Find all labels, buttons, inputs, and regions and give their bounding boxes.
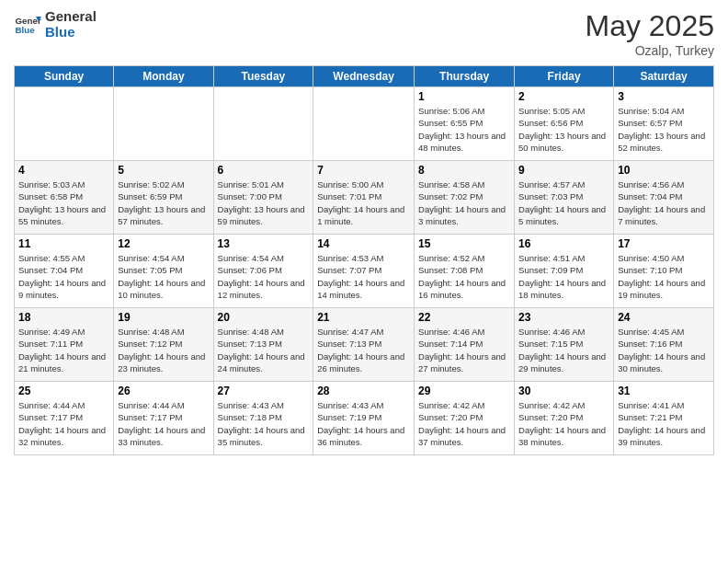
calendar-cell bbox=[313, 87, 415, 161]
calendar-cell: 25Sunrise: 4:44 AM Sunset: 7:17 PM Dayli… bbox=[15, 382, 114, 455]
day-info: Sunrise: 5:06 AM Sunset: 6:55 PM Dayligh… bbox=[418, 105, 510, 154]
day-number: 18 bbox=[18, 311, 109, 324]
day-info: Sunrise: 4:58 AM Sunset: 7:02 PM Dayligh… bbox=[418, 178, 510, 227]
day-number: 31 bbox=[618, 385, 710, 397]
day-number: 15 bbox=[418, 237, 510, 250]
day-info: Sunrise: 4:56 AM Sunset: 7:04 PM Dayligh… bbox=[618, 178, 710, 227]
day-info: Sunrise: 4:46 AM Sunset: 7:14 PM Dayligh… bbox=[418, 326, 510, 374]
day-number: 17 bbox=[618, 237, 710, 250]
day-info: Sunrise: 4:52 AM Sunset: 7:08 PM Dayligh… bbox=[418, 252, 510, 301]
day-number: 12 bbox=[118, 237, 209, 250]
calendar-cell: 20Sunrise: 4:48 AM Sunset: 7:13 PM Dayli… bbox=[213, 308, 313, 382]
calendar-cell: 2Sunrise: 5:05 AM Sunset: 6:56 PM Daylig… bbox=[515, 87, 614, 161]
day-info: Sunrise: 4:49 AM Sunset: 7:11 PM Dayligh… bbox=[18, 326, 109, 374]
weekday-header-wednesday: Wednesday bbox=[313, 66, 415, 87]
calendar-cell: 29Sunrise: 4:42 AM Sunset: 7:20 PM Dayli… bbox=[415, 382, 515, 455]
day-info: Sunrise: 4:54 AM Sunset: 7:06 PM Dayligh… bbox=[218, 252, 310, 301]
calendar-cell: 6Sunrise: 5:01 AM Sunset: 7:00 PM Daylig… bbox=[213, 161, 313, 235]
day-info: Sunrise: 4:43 AM Sunset: 7:18 PM Dayligh… bbox=[218, 399, 310, 448]
day-number: 23 bbox=[518, 311, 609, 324]
day-number: 26 bbox=[118, 385, 209, 397]
calendar-cell: 17Sunrise: 4:50 AM Sunset: 7:10 PM Dayli… bbox=[614, 235, 714, 308]
day-number: 19 bbox=[118, 311, 209, 324]
location: Ozalp, Turkey bbox=[585, 43, 714, 58]
day-info: Sunrise: 4:42 AM Sunset: 7:20 PM Dayligh… bbox=[518, 399, 609, 448]
calendar-cell: 5Sunrise: 5:02 AM Sunset: 6:59 PM Daylig… bbox=[114, 161, 213, 235]
calendar: SundayMondayTuesdayWednesdayThursdayFrid… bbox=[14, 65, 714, 455]
day-number: 11 bbox=[18, 237, 109, 250]
day-info: Sunrise: 5:02 AM Sunset: 6:59 PM Dayligh… bbox=[118, 178, 209, 227]
day-number: 28 bbox=[317, 385, 410, 397]
day-info: Sunrise: 5:01 AM Sunset: 7:00 PM Dayligh… bbox=[218, 178, 310, 227]
calendar-cell: 16Sunrise: 4:51 AM Sunset: 7:09 PM Dayli… bbox=[515, 235, 614, 308]
calendar-cell: 8Sunrise: 4:58 AM Sunset: 7:02 PM Daylig… bbox=[415, 161, 515, 235]
day-info: Sunrise: 4:45 AM Sunset: 7:16 PM Dayligh… bbox=[618, 326, 710, 374]
calendar-cell: 4Sunrise: 5:03 AM Sunset: 6:58 PM Daylig… bbox=[15, 161, 114, 235]
calendar-cell: 13Sunrise: 4:54 AM Sunset: 7:06 PM Dayli… bbox=[213, 235, 313, 308]
day-number: 13 bbox=[218, 237, 310, 250]
day-info: Sunrise: 5:04 AM Sunset: 6:57 PM Dayligh… bbox=[618, 105, 710, 154]
calendar-cell bbox=[15, 87, 114, 161]
calendar-cell: 22Sunrise: 4:46 AM Sunset: 7:14 PM Dayli… bbox=[415, 308, 515, 382]
day-number: 7 bbox=[317, 164, 410, 177]
day-number: 10 bbox=[618, 164, 710, 177]
calendar-cell bbox=[213, 87, 313, 161]
weekday-header-monday: Monday bbox=[114, 66, 213, 87]
day-info: Sunrise: 4:47 AM Sunset: 7:13 PM Dayligh… bbox=[317, 326, 410, 374]
weekday-header-thursday: Thursday bbox=[415, 66, 515, 87]
calendar-cell: 15Sunrise: 4:52 AM Sunset: 7:08 PM Dayli… bbox=[415, 235, 515, 308]
day-number: 4 bbox=[18, 164, 109, 177]
day-info: Sunrise: 4:51 AM Sunset: 7:09 PM Dayligh… bbox=[518, 252, 609, 301]
day-number: 21 bbox=[317, 311, 410, 324]
weekday-header-friday: Friday bbox=[515, 66, 614, 87]
day-info: Sunrise: 5:00 AM Sunset: 7:01 PM Dayligh… bbox=[317, 178, 410, 227]
day-number: 14 bbox=[317, 237, 410, 250]
calendar-cell bbox=[114, 87, 213, 161]
day-info: Sunrise: 4:41 AM Sunset: 7:21 PM Dayligh… bbox=[618, 399, 710, 448]
day-info: Sunrise: 4:57 AM Sunset: 7:03 PM Dayligh… bbox=[518, 178, 609, 227]
weekday-header-sunday: Sunday bbox=[15, 66, 114, 87]
day-info: Sunrise: 4:46 AM Sunset: 7:15 PM Dayligh… bbox=[518, 326, 609, 374]
day-info: Sunrise: 4:50 AM Sunset: 7:10 PM Dayligh… bbox=[618, 252, 710, 301]
calendar-cell: 24Sunrise: 4:45 AM Sunset: 7:16 PM Dayli… bbox=[614, 308, 714, 382]
day-number: 22 bbox=[418, 311, 510, 324]
weekday-header-saturday: Saturday bbox=[614, 66, 714, 87]
calendar-cell: 31Sunrise: 4:41 AM Sunset: 7:21 PM Dayli… bbox=[614, 382, 714, 455]
calendar-cell: 28Sunrise: 4:43 AM Sunset: 7:19 PM Dayli… bbox=[313, 382, 415, 455]
logo-blue: Blue bbox=[45, 25, 97, 40]
page: General Blue General Blue May 2025 Ozalp… bbox=[0, 0, 728, 563]
day-info: Sunrise: 4:48 AM Sunset: 7:13 PM Dayligh… bbox=[218, 326, 310, 374]
calendar-cell: 7Sunrise: 5:00 AM Sunset: 7:01 PM Daylig… bbox=[313, 161, 415, 235]
calendar-cell: 1Sunrise: 5:06 AM Sunset: 6:55 PM Daylig… bbox=[415, 87, 515, 161]
day-number: 6 bbox=[218, 164, 310, 177]
day-number: 16 bbox=[518, 237, 609, 250]
day-info: Sunrise: 4:44 AM Sunset: 7:17 PM Dayligh… bbox=[118, 399, 209, 448]
calendar-cell: 21Sunrise: 4:47 AM Sunset: 7:13 PM Dayli… bbox=[313, 308, 415, 382]
day-info: Sunrise: 4:53 AM Sunset: 7:07 PM Dayligh… bbox=[317, 252, 410, 301]
weekday-header-row: SundayMondayTuesdayWednesdayThursdayFrid… bbox=[15, 66, 714, 87]
calendar-cell: 27Sunrise: 4:43 AM Sunset: 7:18 PM Dayli… bbox=[213, 382, 313, 455]
day-number: 9 bbox=[518, 164, 609, 177]
day-info: Sunrise: 4:48 AM Sunset: 7:12 PM Dayligh… bbox=[118, 326, 209, 374]
calendar-row-5: 25Sunrise: 4:44 AM Sunset: 7:17 PM Dayli… bbox=[15, 382, 714, 455]
calendar-cell: 26Sunrise: 4:44 AM Sunset: 7:17 PM Dayli… bbox=[114, 382, 213, 455]
svg-text:Blue: Blue bbox=[16, 25, 36, 35]
day-info: Sunrise: 4:55 AM Sunset: 7:04 PM Dayligh… bbox=[18, 252, 109, 301]
calendar-row-3: 11Sunrise: 4:55 AM Sunset: 7:04 PM Dayli… bbox=[15, 235, 714, 308]
calendar-cell: 19Sunrise: 4:48 AM Sunset: 7:12 PM Dayli… bbox=[114, 308, 213, 382]
calendar-cell: 14Sunrise: 4:53 AM Sunset: 7:07 PM Dayli… bbox=[313, 235, 415, 308]
calendar-row-1: 1Sunrise: 5:06 AM Sunset: 6:55 PM Daylig… bbox=[15, 87, 714, 161]
day-number: 3 bbox=[618, 90, 710, 103]
calendar-cell: 3Sunrise: 5:04 AM Sunset: 6:57 PM Daylig… bbox=[614, 87, 714, 161]
title-block: May 2025 Ozalp, Turkey bbox=[585, 9, 714, 58]
day-number: 30 bbox=[518, 385, 609, 397]
calendar-cell: 30Sunrise: 4:42 AM Sunset: 7:20 PM Dayli… bbox=[515, 382, 614, 455]
weekday-header-tuesday: Tuesday bbox=[213, 66, 313, 87]
day-info: Sunrise: 4:42 AM Sunset: 7:20 PM Dayligh… bbox=[418, 399, 510, 448]
day-number: 1 bbox=[418, 90, 510, 103]
day-number: 8 bbox=[418, 164, 510, 177]
calendar-cell: 9Sunrise: 4:57 AM Sunset: 7:03 PM Daylig… bbox=[515, 161, 614, 235]
day-number: 25 bbox=[18, 385, 109, 397]
calendar-row-4: 18Sunrise: 4:49 AM Sunset: 7:11 PM Dayli… bbox=[15, 308, 714, 382]
logo: General Blue General Blue bbox=[14, 9, 97, 40]
